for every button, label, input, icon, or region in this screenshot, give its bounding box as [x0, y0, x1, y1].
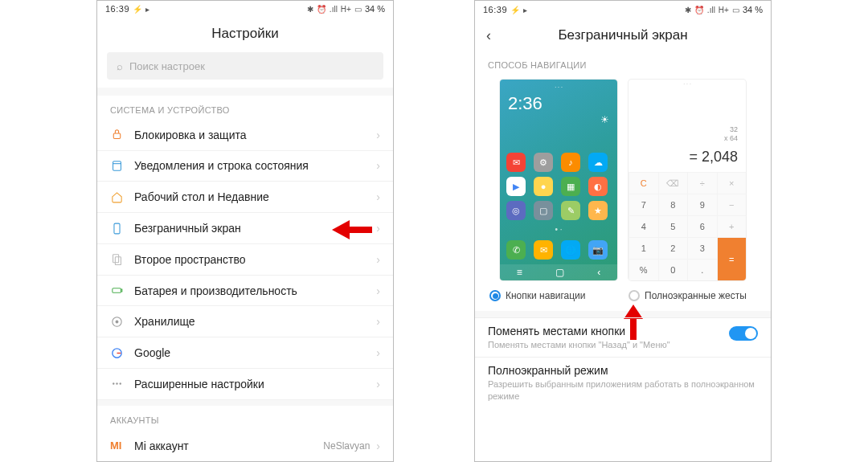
radio-gestures-nav[interactable]: Полноэкранные жесты	[628, 290, 756, 301]
row-swap-buttons[interactable]: Поменять местами кнопки Поменять местами…	[475, 317, 771, 357]
status-time: 16:39	[105, 4, 129, 14]
svg-rect-6	[113, 255, 119, 263]
row-label: Батарея и производительность	[134, 284, 376, 297]
chevron-right-icon: ›	[376, 378, 380, 390]
row-label: Хранилище	[134, 315, 376, 328]
chevron-right-icon: ›	[376, 129, 380, 141]
radio-buttons-nav[interactable]: Кнопки навигации	[489, 290, 617, 301]
calc-result: = 2,048	[637, 149, 738, 166]
alarm-icon: ⏰	[317, 5, 326, 14]
row-advanced[interactable]: Расширенные настройки ›	[97, 369, 393, 400]
row-label: Google	[134, 346, 376, 359]
app-icon: ▢	[534, 201, 553, 220]
row-second-space[interactable]: Второе пространство ›	[97, 244, 393, 276]
svg-point-11	[116, 321, 118, 323]
preview-gestures[interactable]: · · · 32 x 64 = 2,048 C⌫÷× 789− 456+ 123…	[628, 80, 746, 280]
row-storage[interactable]: Хранилище ›	[97, 306, 393, 337]
chevron-right-icon: ›	[376, 284, 380, 297]
battery-pct: 34 %	[365, 4, 385, 14]
row-label: Уведомления и строка состояния	[134, 159, 376, 172]
svg-rect-4	[348, 227, 372, 233]
radio-checked-icon	[489, 290, 501, 301]
row-lock[interactable]: Блокировка и защита ›	[97, 120, 393, 151]
svg-rect-1	[113, 161, 121, 170]
page-title: Настройки	[97, 18, 393, 50]
setting-subtitle: Разрешить выбранным приложениям работать…	[488, 378, 758, 402]
navigation-previews: · · · 2:36 ☀ ✉ ⚙ ♪ ☁ ▶ ● ▦ ◐ ◎ ▢ ✎ ★ • ·…	[475, 75, 771, 285]
status-bar: 16:39 ⚡ ▸ ✱ ⏰ .ıll H+ ▭ 34 %	[475, 1, 771, 18]
row-fullscreen-mode[interactable]: Полноэкранный режим Разрешить выбранным …	[475, 357, 771, 408]
chevron-right-icon: ›	[376, 253, 380, 266]
status-time: 16:39	[483, 5, 507, 14]
storage-icon	[110, 315, 134, 329]
status-glyph: ⚡	[510, 6, 520, 14]
status-glyph: ⚡	[133, 5, 142, 14]
phone-fullscreen-display: 16:39 ⚡ ▸ ✱ ⏰ .ıll H+ ▭ 34 % ‹ Безгранич…	[474, 0, 772, 462]
section-header: СИСТЕМА И УСТРОЙСТВО	[97, 96, 393, 120]
app-icon: ✉	[534, 240, 553, 260]
second-space-icon	[110, 252, 134, 266]
row-label: Рабочий стол и Недавние	[134, 190, 376, 203]
setting-title: Поменять местами кнопки	[488, 325, 758, 337]
setting-subtitle: Поменять местами кнопки "Назад" и "Меню"	[488, 339, 758, 350]
row-value: NeSlavyan	[323, 440, 370, 452]
battery-icon: ▭	[354, 5, 362, 14]
chevron-right-icon: ›	[376, 159, 380, 172]
calc-expr: 32	[637, 125, 738, 135]
search-input[interactable]: ⌕ Поиск настроек	[107, 52, 383, 80]
phone-settings: 16:39 ⚡ ▸ ✱ ⏰ .ıll H+ ▭ 34 % Настройки ⌕…	[96, 0, 394, 462]
notification-icon	[110, 159, 134, 173]
app-icon: ◐	[588, 177, 608, 196]
row-label: Второе пространство	[134, 253, 376, 266]
chevron-right-icon: ›	[376, 440, 380, 452]
app-icon: ●	[534, 177, 553, 196]
app-icon: ✆	[506, 240, 526, 260]
status-glyph: ▸	[145, 5, 149, 14]
home-icon	[110, 190, 134, 204]
battery-pct: 34 %	[743, 5, 763, 14]
app-icon: ▦	[561, 177, 580, 196]
chevron-right-icon: ›	[376, 222, 380, 235]
weather-icon: ☀	[505, 114, 612, 125]
row-fullscreen-display[interactable]: Безграничный экран ›	[97, 213, 393, 244]
row-google[interactable]: Google ›	[97, 337, 393, 369]
setting-title: Полноэкранный режим	[488, 364, 758, 377]
app-icon: ⚙	[534, 153, 553, 172]
row-label: Mi аккаунт	[134, 440, 323, 452]
row-mi-account[interactable]: MI Mi аккаунт NeSlavyan ›	[97, 430, 393, 461]
svg-rect-7	[115, 257, 121, 265]
mi-icon: MI	[110, 440, 134, 452]
row-battery[interactable]: Батарея и производительность ›	[97, 276, 393, 307]
row-notifications[interactable]: Уведомления и строка состояния ›	[97, 151, 393, 182]
svg-rect-9	[121, 289, 121, 292]
toggle-on[interactable]	[729, 326, 758, 341]
radio-unchecked-icon	[628, 290, 640, 301]
calc-keypad: C⌫÷× 789− 456+ 123= %0.	[628, 172, 746, 280]
svg-rect-3	[114, 223, 120, 234]
row-homescreen[interactable]: Рабочий стол и Недавние ›	[97, 182, 393, 213]
svg-point-13	[113, 383, 114, 385]
nav-bar-preview: ≡▢‹	[500, 264, 617, 280]
network-icon: H+	[719, 6, 729, 14]
section-header: СПОСОБ НАВИГАЦИИ	[475, 52, 771, 75]
bluetooth-icon: ✱	[685, 6, 691, 14]
back-button[interactable]: ‹	[486, 18, 491, 52]
preview-clock: 2:36	[505, 90, 612, 114]
chevron-right-icon: ›	[376, 315, 380, 328]
app-icon: 📷	[588, 240, 608, 260]
app-grid: ✉ ⚙ ♪ ☁ ▶ ● ▦ ◐ ◎ ▢ ✎ ★	[505, 151, 612, 222]
row-label: Блокировка и защита	[134, 129, 376, 141]
preview-buttons[interactable]: · · · 2:36 ☀ ✉ ⚙ ♪ ☁ ▶ ● ▦ ◐ ◎ ▢ ✎ ★ • ·…	[500, 80, 617, 280]
row-label: Расширенные настройки	[134, 378, 376, 390]
svg-point-15	[120, 383, 121, 385]
alarm-icon: ⏰	[694, 6, 704, 14]
bluetooth-icon: ✱	[307, 5, 313, 14]
app-icon: ★	[588, 201, 608, 220]
svg-marker-5	[332, 220, 350, 239]
dock: ✆ ✉ 🌐 📷	[505, 239, 612, 261]
app-icon: ☁	[588, 153, 608, 172]
page-title: ‹ Безграничный экран	[475, 18, 771, 52]
annotation-arrow	[332, 219, 372, 241]
search-icon: ⌕	[117, 60, 123, 72]
svg-rect-0	[113, 133, 121, 138]
